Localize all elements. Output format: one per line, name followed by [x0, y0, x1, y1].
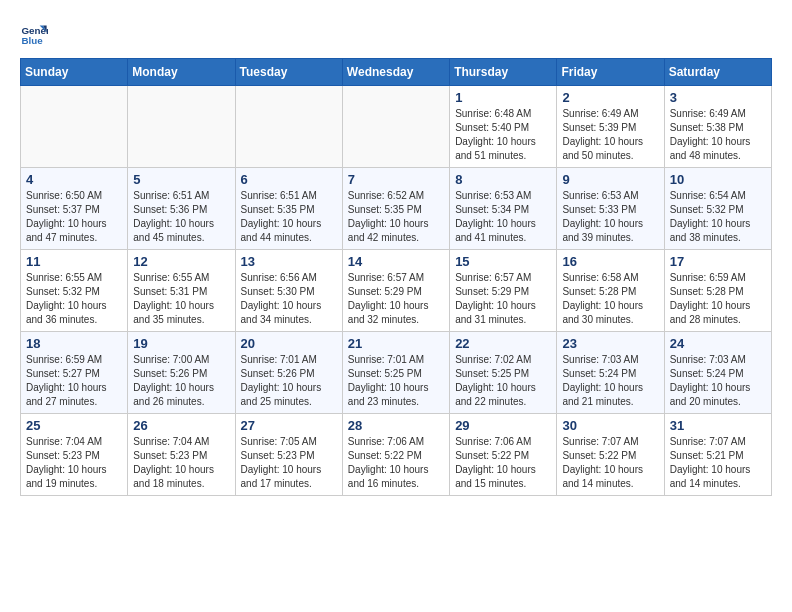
day-number: 6	[241, 172, 337, 187]
calendar-day-cell: 16Sunrise: 6:58 AMSunset: 5:28 PMDayligh…	[557, 250, 664, 332]
day-info: Sunrise: 6:49 AMSunset: 5:39 PMDaylight:…	[562, 107, 658, 163]
day-number: 12	[133, 254, 229, 269]
day-number: 11	[26, 254, 122, 269]
day-number: 21	[348, 336, 444, 351]
weekday-header-row: SundayMondayTuesdayWednesdayThursdayFrid…	[21, 59, 772, 86]
day-number: 4	[26, 172, 122, 187]
calendar-week-row: 1Sunrise: 6:48 AMSunset: 5:40 PMDaylight…	[21, 86, 772, 168]
calendar-day-cell: 26Sunrise: 7:04 AMSunset: 5:23 PMDayligh…	[128, 414, 235, 496]
day-info: Sunrise: 6:55 AMSunset: 5:31 PMDaylight:…	[133, 271, 229, 327]
day-number: 26	[133, 418, 229, 433]
day-number: 9	[562, 172, 658, 187]
calendar-day-cell: 8Sunrise: 6:53 AMSunset: 5:34 PMDaylight…	[450, 168, 557, 250]
calendar-day-cell: 19Sunrise: 7:00 AMSunset: 5:26 PMDayligh…	[128, 332, 235, 414]
day-info: Sunrise: 6:53 AMSunset: 5:33 PMDaylight:…	[562, 189, 658, 245]
day-info: Sunrise: 6:59 AMSunset: 5:28 PMDaylight:…	[670, 271, 766, 327]
calendar-day-cell	[128, 86, 235, 168]
calendar-table: SundayMondayTuesdayWednesdayThursdayFrid…	[20, 58, 772, 496]
day-info: Sunrise: 7:00 AMSunset: 5:26 PMDaylight:…	[133, 353, 229, 409]
calendar-day-cell: 12Sunrise: 6:55 AMSunset: 5:31 PMDayligh…	[128, 250, 235, 332]
day-number: 18	[26, 336, 122, 351]
weekday-header-saturday: Saturday	[664, 59, 771, 86]
calendar-day-cell: 5Sunrise: 6:51 AMSunset: 5:36 PMDaylight…	[128, 168, 235, 250]
svg-text:Blue: Blue	[21, 35, 43, 46]
day-info: Sunrise: 6:54 AMSunset: 5:32 PMDaylight:…	[670, 189, 766, 245]
day-info: Sunrise: 7:06 AMSunset: 5:22 PMDaylight:…	[348, 435, 444, 491]
calendar-day-cell: 3Sunrise: 6:49 AMSunset: 5:38 PMDaylight…	[664, 86, 771, 168]
calendar-day-cell: 22Sunrise: 7:02 AMSunset: 5:25 PMDayligh…	[450, 332, 557, 414]
day-number: 23	[562, 336, 658, 351]
calendar-day-cell: 6Sunrise: 6:51 AMSunset: 5:35 PMDaylight…	[235, 168, 342, 250]
day-info: Sunrise: 6:55 AMSunset: 5:32 PMDaylight:…	[26, 271, 122, 327]
day-info: Sunrise: 6:51 AMSunset: 5:36 PMDaylight:…	[133, 189, 229, 245]
day-info: Sunrise: 6:49 AMSunset: 5:38 PMDaylight:…	[670, 107, 766, 163]
calendar-day-cell: 31Sunrise: 7:07 AMSunset: 5:21 PMDayligh…	[664, 414, 771, 496]
day-number: 3	[670, 90, 766, 105]
weekday-header-sunday: Sunday	[21, 59, 128, 86]
day-number: 14	[348, 254, 444, 269]
day-number: 1	[455, 90, 551, 105]
weekday-header-monday: Monday	[128, 59, 235, 86]
day-info: Sunrise: 7:07 AMSunset: 5:22 PMDaylight:…	[562, 435, 658, 491]
calendar-week-row: 18Sunrise: 6:59 AMSunset: 5:27 PMDayligh…	[21, 332, 772, 414]
calendar-day-cell: 13Sunrise: 6:56 AMSunset: 5:30 PMDayligh…	[235, 250, 342, 332]
day-info: Sunrise: 7:04 AMSunset: 5:23 PMDaylight:…	[133, 435, 229, 491]
day-number: 27	[241, 418, 337, 433]
calendar-day-cell: 20Sunrise: 7:01 AMSunset: 5:26 PMDayligh…	[235, 332, 342, 414]
day-number: 24	[670, 336, 766, 351]
day-number: 13	[241, 254, 337, 269]
day-info: Sunrise: 7:01 AMSunset: 5:26 PMDaylight:…	[241, 353, 337, 409]
day-info: Sunrise: 6:57 AMSunset: 5:29 PMDaylight:…	[348, 271, 444, 327]
day-number: 20	[241, 336, 337, 351]
logo-icon: General Blue	[20, 20, 48, 48]
day-info: Sunrise: 6:56 AMSunset: 5:30 PMDaylight:…	[241, 271, 337, 327]
day-info: Sunrise: 6:58 AMSunset: 5:28 PMDaylight:…	[562, 271, 658, 327]
calendar-day-cell: 18Sunrise: 6:59 AMSunset: 5:27 PMDayligh…	[21, 332, 128, 414]
day-number: 30	[562, 418, 658, 433]
page-header: General Blue	[20, 20, 772, 48]
day-info: Sunrise: 7:05 AMSunset: 5:23 PMDaylight:…	[241, 435, 337, 491]
calendar-day-cell: 11Sunrise: 6:55 AMSunset: 5:32 PMDayligh…	[21, 250, 128, 332]
weekday-header-friday: Friday	[557, 59, 664, 86]
day-info: Sunrise: 7:03 AMSunset: 5:24 PMDaylight:…	[670, 353, 766, 409]
day-number: 28	[348, 418, 444, 433]
day-info: Sunrise: 7:01 AMSunset: 5:25 PMDaylight:…	[348, 353, 444, 409]
calendar-day-cell: 17Sunrise: 6:59 AMSunset: 5:28 PMDayligh…	[664, 250, 771, 332]
calendar-day-cell: 27Sunrise: 7:05 AMSunset: 5:23 PMDayligh…	[235, 414, 342, 496]
weekday-header-thursday: Thursday	[450, 59, 557, 86]
day-number: 16	[562, 254, 658, 269]
logo: General Blue	[20, 20, 48, 48]
day-info: Sunrise: 6:57 AMSunset: 5:29 PMDaylight:…	[455, 271, 551, 327]
day-number: 2	[562, 90, 658, 105]
calendar-day-cell: 1Sunrise: 6:48 AMSunset: 5:40 PMDaylight…	[450, 86, 557, 168]
day-number: 8	[455, 172, 551, 187]
calendar-day-cell	[342, 86, 449, 168]
day-info: Sunrise: 6:52 AMSunset: 5:35 PMDaylight:…	[348, 189, 444, 245]
day-number: 25	[26, 418, 122, 433]
calendar-day-cell: 2Sunrise: 6:49 AMSunset: 5:39 PMDaylight…	[557, 86, 664, 168]
calendar-day-cell: 10Sunrise: 6:54 AMSunset: 5:32 PMDayligh…	[664, 168, 771, 250]
calendar-day-cell: 9Sunrise: 6:53 AMSunset: 5:33 PMDaylight…	[557, 168, 664, 250]
day-info: Sunrise: 6:48 AMSunset: 5:40 PMDaylight:…	[455, 107, 551, 163]
day-info: Sunrise: 7:06 AMSunset: 5:22 PMDaylight:…	[455, 435, 551, 491]
calendar-day-cell	[21, 86, 128, 168]
calendar-day-cell: 29Sunrise: 7:06 AMSunset: 5:22 PMDayligh…	[450, 414, 557, 496]
day-number: 10	[670, 172, 766, 187]
day-number: 7	[348, 172, 444, 187]
day-info: Sunrise: 6:51 AMSunset: 5:35 PMDaylight:…	[241, 189, 337, 245]
calendar-day-cell: 14Sunrise: 6:57 AMSunset: 5:29 PMDayligh…	[342, 250, 449, 332]
day-info: Sunrise: 7:07 AMSunset: 5:21 PMDaylight:…	[670, 435, 766, 491]
calendar-week-row: 25Sunrise: 7:04 AMSunset: 5:23 PMDayligh…	[21, 414, 772, 496]
day-number: 31	[670, 418, 766, 433]
weekday-header-tuesday: Tuesday	[235, 59, 342, 86]
day-info: Sunrise: 6:59 AMSunset: 5:27 PMDaylight:…	[26, 353, 122, 409]
weekday-header-wednesday: Wednesday	[342, 59, 449, 86]
calendar-day-cell: 23Sunrise: 7:03 AMSunset: 5:24 PMDayligh…	[557, 332, 664, 414]
calendar-day-cell: 7Sunrise: 6:52 AMSunset: 5:35 PMDaylight…	[342, 168, 449, 250]
day-info: Sunrise: 6:50 AMSunset: 5:37 PMDaylight:…	[26, 189, 122, 245]
day-info: Sunrise: 6:53 AMSunset: 5:34 PMDaylight:…	[455, 189, 551, 245]
calendar-week-row: 11Sunrise: 6:55 AMSunset: 5:32 PMDayligh…	[21, 250, 772, 332]
day-info: Sunrise: 7:03 AMSunset: 5:24 PMDaylight:…	[562, 353, 658, 409]
calendar-day-cell: 24Sunrise: 7:03 AMSunset: 5:24 PMDayligh…	[664, 332, 771, 414]
calendar-day-cell: 15Sunrise: 6:57 AMSunset: 5:29 PMDayligh…	[450, 250, 557, 332]
